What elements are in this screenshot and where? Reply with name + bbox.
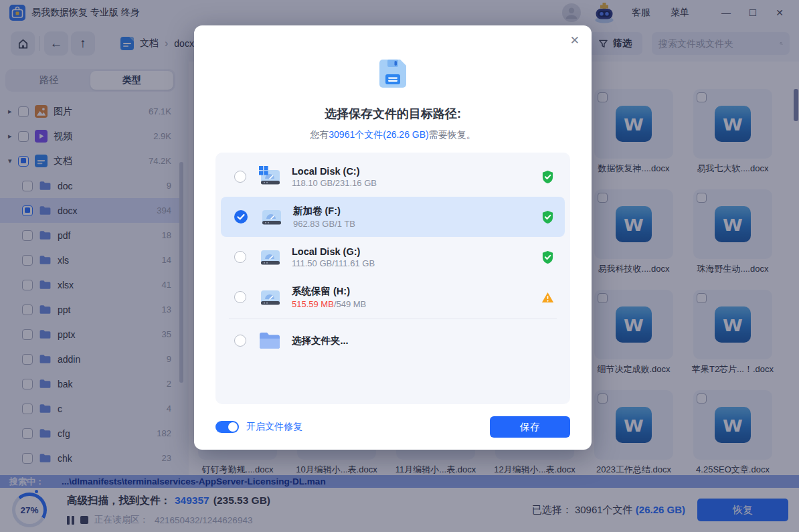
dialog-footer: 开启文件修复 保存 <box>215 414 570 440</box>
radio-button[interactable] <box>234 335 246 347</box>
warning-icon <box>541 290 554 304</box>
drive-option-c[interactable]: Local Disk (C:)118.10 GB/231.16 GB <box>221 157 565 197</box>
folder-option: 选择文件夹... <box>292 335 349 347</box>
drive-option-f[interactable]: 新加卷 (F:)962.83 GB/1 TB <box>221 197 565 237</box>
drive-size: 118.10 GB/231.16 GB <box>292 178 377 188</box>
shield-check-icon <box>541 170 554 184</box>
hard-drive-icon <box>259 205 283 228</box>
radio-selected-icon[interactable] <box>234 210 248 224</box>
radio-button[interactable] <box>234 251 246 263</box>
drive-size: 962.83 GB/1 TB <box>293 219 355 229</box>
drive-name: 系统保留 (H:) <box>292 285 366 298</box>
hard-drive-icon <box>258 286 282 308</box>
drive-info: Local Disk (C:)118.10 GB/231.16 GB <box>292 166 377 188</box>
radio-button[interactable] <box>234 171 246 183</box>
list-divider <box>229 319 557 319</box>
save-button[interactable]: 保存 <box>490 416 570 438</box>
dialog-subtitle: 您有30961个文件(26.26 GB)需要恢复。 <box>194 129 592 141</box>
drive-info: 新加卷 (F:)962.83 GB/1 TB <box>293 205 355 229</box>
shield-check-icon <box>541 210 554 224</box>
folder-icon <box>258 329 282 352</box>
files-to-recover-highlight: 30961个文件(26.26 GB) <box>329 129 428 140</box>
drive-option-folder[interactable]: 选择文件夹... <box>221 321 565 361</box>
drive-info: 系统保留 (H:)515.59 MB/549 MB <box>292 285 366 309</box>
drive-option-h[interactable]: 系统保留 (H:)515.59 MB/549 MB <box>221 277 565 317</box>
save-path-dialog: ✕ 选择保存文件的目标路径: 您有30961个文件(26.26 GB)需要恢复。… <box>194 25 592 450</box>
drive-size: 111.50 GB/111.61 GB <box>292 258 375 268</box>
shield-check-icon <box>541 250 554 264</box>
dialog-title: 选择保存文件的目标路径: <box>194 106 592 122</box>
radio-button[interactable] <box>234 291 246 303</box>
drive-info: Local Disk (G:)111.50 GB/111.61 GB <box>292 246 375 268</box>
hard-drive-icon <box>258 165 282 188</box>
drive-option-g[interactable]: Local Disk (G:)111.50 GB/111.61 GB <box>221 237 565 277</box>
drive-size: 515.59 MB/549 MB <box>292 299 366 309</box>
drive-name: 新加卷 (F:) <box>293 205 355 217</box>
folder-option-label: 选择文件夹... <box>292 335 349 347</box>
drive-name: Local Disk (C:) <box>292 166 377 177</box>
hard-drive-icon <box>258 246 282 268</box>
drive-name: Local Disk (G:) <box>292 246 375 257</box>
save-floppy-icon <box>374 55 412 92</box>
file-repair-label: 开启文件修复 <box>246 421 302 433</box>
drive-list: Local Disk (C:)118.10 GB/231.16 GB新加卷 (F… <box>215 153 570 404</box>
app-window: 易我数据恢复 专业版 终身 客服 菜单 — ☐ ✕ ← ↑ 文档 › docx … <box>0 0 799 532</box>
dialog-close-icon[interactable]: ✕ <box>570 33 580 48</box>
file-repair-toggle[interactable] <box>215 421 239 433</box>
